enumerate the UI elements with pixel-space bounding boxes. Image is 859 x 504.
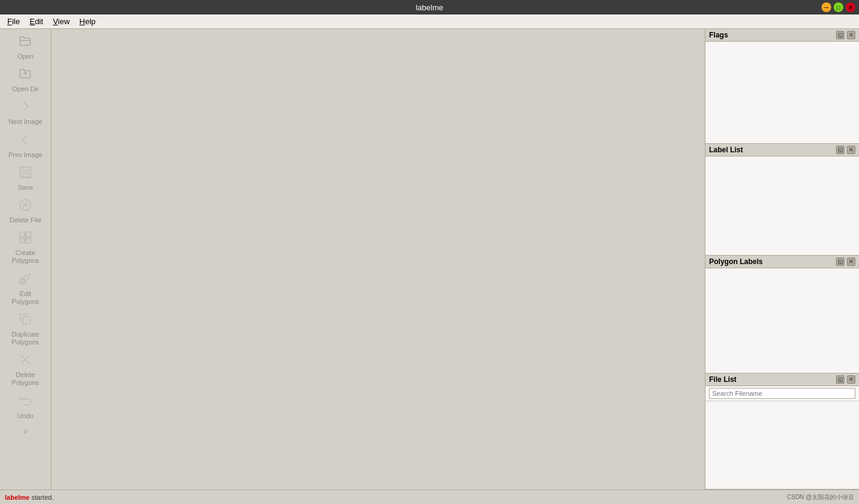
title-bar: labelme ─ □ ✕ [0,0,859,15]
flags-panel-title: Flags [709,31,728,39]
status-bar: labelme started. CSDN @太阳花的小绿豆 [0,489,859,504]
status-app-name: labelme [5,494,30,501]
svg-rect-10 [20,238,25,243]
svg-rect-14 [20,279,25,284]
minimize-button[interactable]: ─ [822,2,831,12]
undo-icon [18,393,33,411]
svg-rect-15 [23,317,30,324]
next-image-label: Next Image [8,118,42,126]
file-list-float-button[interactable]: ◱ [836,375,844,384]
label-list-panel-content [705,157,859,255]
menu-bar: File Edit View Help [0,15,859,29]
polygon-labels-panel-content [705,268,859,373]
polygon-labels-close-button[interactable]: ✕ [847,257,855,266]
right-panels: Flags ◱ ✕ Label List ◱ ✕ Polygon L [705,29,859,489]
svg-rect-3 [22,167,28,171]
search-filename-input[interactable] [709,388,855,399]
file-list-panel-title: File List [709,375,736,384]
create-polygons-icon [18,230,33,248]
label-list-float-button[interactable]: ◱ [836,146,844,154]
polygon-labels-float-button[interactable]: ◱ [836,257,844,266]
more-button[interactable]: ∨ [2,424,49,439]
label-list-panel-title: Label List [709,146,743,154]
prev-image-icon [18,132,33,150]
duplicate-polygons-button[interactable]: Duplicate Polygons [2,309,49,349]
open-icon [18,34,33,51]
delete-file-icon [18,198,33,215]
flags-panel-header: Flags ◱ ✕ [705,29,859,42]
create-polygons-label: Create Polygons [5,249,45,265]
svg-rect-8 [20,232,25,237]
menu-view[interactable]: View [48,16,74,27]
canvas-inner [51,29,705,489]
save-button[interactable]: Save [2,163,49,194]
label-list-panel-header: Label List ◱ ✕ [705,144,859,157]
edit-polygons-label: Edit Polygons [5,290,45,306]
maximize-button[interactable]: □ [834,2,843,12]
delete-polygons-icon [18,352,33,370]
edit-polygons-icon [18,271,33,289]
open-label: Open [18,53,34,60]
svg-rect-11 [26,238,31,243]
flags-float-button[interactable]: ◱ [836,31,844,39]
close-button[interactable]: ✕ [846,2,855,12]
menu-file[interactable]: File [2,16,25,27]
polygon-labels-panel: Polygon Labels ◱ ✕ [705,256,859,373]
flags-panel-content [705,42,859,143]
menu-edit[interactable]: Edit [25,16,48,27]
save-label: Save [18,184,33,192]
open-dir-icon [18,66,33,84]
label-list-panel-controls: ◱ ✕ [836,146,855,154]
file-list-search-container [705,386,859,401]
label-list-close-button[interactable]: ✕ [847,146,855,154]
prev-image-label: Prev Image [8,151,42,159]
flags-close-button[interactable]: ✕ [847,31,855,39]
save-icon [18,165,33,183]
delete-polygons-label: Delete Polygons [5,371,45,387]
open-button[interactable]: Open [2,31,49,63]
file-list-panel-content [705,401,859,489]
title-bar-controls: ─ □ ✕ [822,2,855,12]
duplicate-polygons-label: Duplicate Polygons [5,331,45,346]
open-dir-button[interactable]: Open Dir [2,64,49,95]
status-message: labelme started. [5,494,54,501]
svg-rect-4 [22,173,29,177]
svg-rect-9 [26,232,31,237]
file-list-panel: File List ◱ ✕ [705,373,859,489]
create-polygons-button[interactable]: Create Polygons [2,228,49,267]
delete-file-button[interactable]: Delete File [2,195,49,227]
label-list-panel: Label List ◱ ✕ [705,144,859,256]
delete-polygons-button[interactable]: Delete Polygons [2,350,49,389]
polygon-labels-panel-title: Polygon Labels [709,257,763,266]
duplicate-polygons-icon [18,312,33,329]
next-image-icon [18,99,33,117]
flags-panel-controls: ◱ ✕ [836,31,855,39]
main-layout: Open Open Dir Next Image [0,29,859,489]
toolbar: Open Open Dir Next Image [0,29,51,489]
prev-image-button[interactable]: Prev Image [2,130,49,161]
polygon-labels-panel-header: Polygon Labels ◱ ✕ [705,256,859,268]
undo-button[interactable]: Undo [2,391,49,422]
undo-label: Undo [18,412,33,420]
delete-file-label: Delete File [10,216,42,224]
canvas-area[interactable] [51,29,705,489]
status-message-text: started. [30,494,54,501]
app-title: labelme [416,3,444,12]
file-list-close-button[interactable]: ✕ [847,375,855,384]
next-image-button[interactable]: Next Image [2,97,49,128]
edit-polygons-button[interactable]: Edit Polygons [2,269,49,308]
open-dir-label: Open Dir [12,85,39,93]
menu-help[interactable]: Help [74,16,100,27]
file-list-panel-header: File List ◱ ✕ [705,373,859,386]
status-watermark: CSDN @太阳花的小绿豆 [787,493,854,502]
flags-panel: Flags ◱ ✕ [705,29,859,144]
file-list-panel-controls: ◱ ✕ [836,375,855,384]
polygon-labels-panel-controls: ◱ ✕ [836,257,855,266]
more-icon: ∨ [22,426,28,436]
